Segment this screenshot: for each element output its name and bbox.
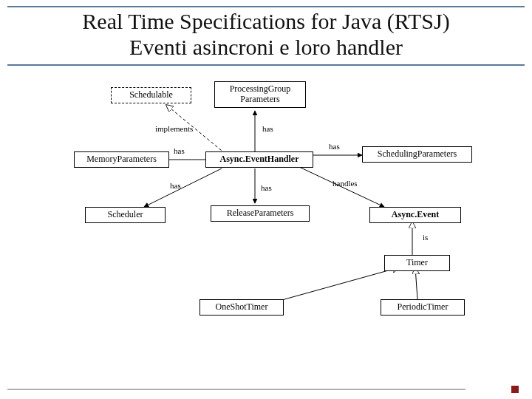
class-diagram: Schedulable ProcessingGroup Parameters M… <box>44 74 502 340</box>
label-has-processing-group: has <box>262 124 273 133</box>
label-has-memory: has <box>174 146 185 155</box>
footer-square-icon <box>511 386 519 393</box>
slide-title-block: Real Time Specifications for Java (RTSJ)… <box>7 6 525 66</box>
label-handles: handles <box>332 179 358 188</box>
svg-line-9 <box>415 267 417 299</box>
title-line-2: Eventi asincroni e loro handler <box>7 35 525 61</box>
box-schedulable: Schedulable <box>111 87 191 103</box>
box-async-event-handler: Async.EventHandler <box>205 151 313 168</box>
box-one-shot-timer: OneShotTimer <box>200 299 284 316</box>
box-scheduler: Scheduler <box>85 207 166 223</box>
footer-rule <box>7 389 466 390</box>
box-scheduling-parameters: SchedulingParameters <box>362 146 472 163</box>
label-has-release: has <box>261 183 272 192</box>
svg-line-4 <box>144 168 222 207</box>
box-async-event: Async.Event <box>369 207 461 223</box>
box-memory-parameters: MemoryParameters <box>74 151 169 168</box>
title-line-1: Real Time Specifications for Java (RTSJ) <box>7 9 525 35</box>
label-has-scheduling: has <box>329 142 340 151</box>
label-is: is <box>423 233 428 242</box>
svg-line-8 <box>266 267 399 304</box>
box-timer: Timer <box>384 255 450 271</box>
box-processing-group-parameters: ProcessingGroup Parameters <box>214 81 306 108</box>
box-release-parameters: ReleaseParameters <box>211 205 310 222</box>
box-periodic-timer: PeriodicTimer <box>381 299 465 316</box>
label-has-scheduler: has <box>170 181 181 190</box>
label-implements: implements <box>155 124 193 133</box>
